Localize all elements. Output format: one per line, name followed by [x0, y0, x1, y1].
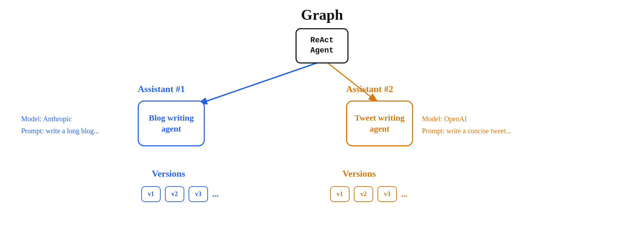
svg-line-4: [201, 63, 318, 103]
assistant1-label: Assistant #1: [138, 84, 185, 94]
version-badge-orange-v3: v3: [377, 186, 397, 202]
version-badge-orange-v1: v1: [330, 186, 350, 202]
svg-line-5: [328, 63, 378, 102]
graph-title: Graph: [301, 6, 343, 23]
right-meta: Model: OpenAI Prompt: write a concise tw…: [422, 113, 511, 137]
versions-label-blue: Versions: [152, 169, 185, 179]
left-meta-prompt: Prompt: write a long blog...: [21, 125, 99, 137]
version-badge-blue-v1: v1: [141, 186, 161, 202]
version-badge-blue-v3: v3: [189, 186, 208, 202]
right-meta-prompt: Prompt: write a concise tweet...: [422, 125, 511, 137]
version-badge-orange-v2: v2: [354, 186, 373, 202]
blog-agent-box: Blog writing agent: [138, 100, 205, 146]
svg-line-3: [198, 63, 315, 104]
assistant2-label: Assistant #2: [346, 84, 393, 94]
versions-blue-ellipsis: ...: [212, 189, 219, 199]
versions-label-orange: Versions: [342, 169, 376, 179]
tweet-agent-box: Tweet writing agent: [346, 100, 413, 146]
version-badge-blue-v2: v2: [165, 186, 184, 202]
versions-orange-ellipsis: ...: [401, 189, 407, 199]
versions-blue-row: v1 v2 v3 ...: [141, 186, 219, 202]
react-agent-box: ReActAgent: [296, 28, 348, 63]
diagram: Graph ReActAgent Assistant #1 Blog writi…: [0, 0, 644, 244]
right-meta-model: Model: OpenAI: [422, 113, 511, 125]
left-meta: Model: Anthropic Prompt: write a long bl…: [21, 113, 99, 137]
left-meta-model: Model: Anthropic: [21, 113, 99, 125]
versions-orange-row: v1 v2 v3 ...: [330, 186, 407, 202]
